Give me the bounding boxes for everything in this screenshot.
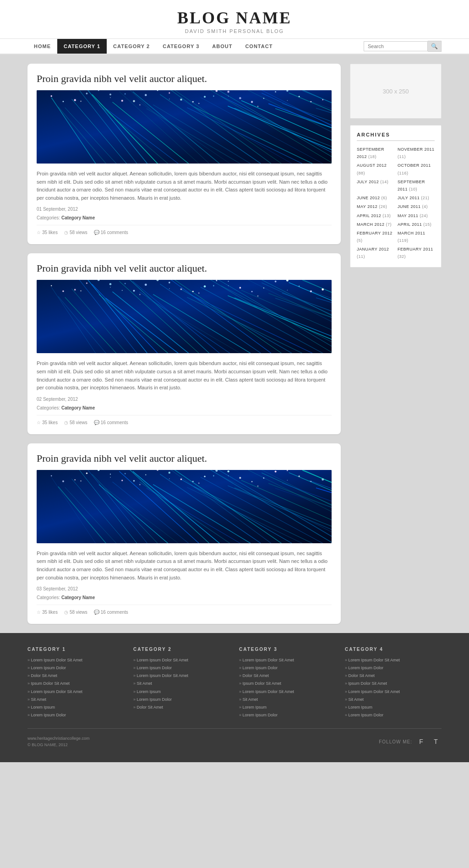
footer-link[interactable]: Lorem Ipsum Dolor Sit Amet [27, 656, 124, 664]
svg-line-94 [234, 298, 332, 353]
archive-item[interactable]: OCTOBER 2011 (116) [398, 162, 435, 176]
archive-item[interactable]: SEPTEMBER 2011 (10) [398, 178, 435, 193]
footer-site-url: www.heritagechristiancollege.com [27, 735, 90, 742]
svg-point-194 [298, 475, 300, 477]
svg-line-171 [309, 480, 332, 543]
svg-line-167 [282, 483, 332, 543]
footer-link[interactable]: Lorem Ipsum Dolor [27, 711, 124, 719]
views-icon: ◷ [64, 420, 68, 425]
svg-line-145 [133, 471, 219, 543]
svg-line-168 [289, 472, 332, 543]
svg-point-124 [251, 291, 253, 292]
footer-link[interactable]: Lorem Ipsum Dolor [239, 711, 336, 719]
twitter-icon[interactable]: t [431, 736, 442, 747]
nav-item-category-2[interactable]: CATEGORY 2 [107, 39, 156, 54]
nav-item-category-3[interactable]: CATEGORY 3 [156, 39, 206, 54]
post-likes: ☆ 35 likes [37, 420, 58, 425]
footer-link[interactable]: Lorem Ipsum [345, 704, 442, 711]
svg-point-128 [299, 286, 300, 287]
footer-link[interactable]: Lorem Ipsum Dolor [27, 664, 124, 672]
archive-item[interactable]: SEPTEMBER 2012 (18) [357, 146, 394, 160]
footer-link[interactable]: Lorem Ipsum Dolor Sit Amet [345, 688, 442, 696]
footer-link[interactable]: Lorem Ipsum Dolor Sit Amet [133, 656, 230, 664]
svg-line-146 [140, 482, 230, 543]
nav-item-category-1[interactable]: CATEGORY 1 [57, 39, 107, 54]
post-comments: 💬 16 comments [94, 230, 128, 235]
svg-point-182 [157, 470, 158, 471]
footer-link[interactable]: Dolor Sit Amet [239, 672, 336, 680]
svg-line-83 [160, 284, 261, 353]
site-subtitle: DAVID SMITH PERSONAL BLOG [0, 28, 469, 34]
svg-point-175 [74, 479, 75, 480]
comments-icon: 💬 [94, 230, 99, 235]
footer-link[interactable]: Lorem Ipsum Dolor [239, 664, 336, 672]
site-footer: CATEGORY 1Lorem Ipsum Dolor Sit AmetLore… [0, 633, 469, 762]
svg-point-122 [228, 281, 229, 282]
svg-point-185 [192, 480, 194, 482]
archive-item[interactable]: JUNE 2012 (6) [357, 194, 394, 202]
footer-link[interactable]: Sit Amet [133, 680, 230, 688]
search-button[interactable]: 🔍 [428, 41, 442, 52]
footer-link[interactable]: Lorem Ipsum Dolor Sit Amet [239, 656, 336, 664]
svg-line-16 [153, 105, 251, 164]
svg-line-31 [255, 90, 332, 164]
svg-point-178 [110, 474, 111, 475]
svg-line-28 [234, 108, 332, 164]
archive-item[interactable]: FEBRUARY 2011 (32) [398, 246, 435, 260]
archive-item[interactable]: JULY 2011 (21) [398, 194, 435, 202]
svg-line-101 [282, 293, 332, 353]
footer-link[interactable]: Dolor Sit Amet [345, 672, 442, 680]
svg-line-79 [133, 281, 219, 353]
footer-link[interactable]: Sit Amet [345, 696, 442, 704]
footer-bottom: www.heritagechristiancollege.com © BLOG … [27, 728, 442, 748]
svg-point-190 [251, 481, 252, 482]
svg-point-174 [62, 480, 64, 482]
archive-item[interactable]: APRIL 2011 (15) [398, 221, 435, 228]
footer-link[interactable]: Ipsum Dolor Sit Amet [345, 680, 442, 688]
archive-item[interactable]: JUNE 2011 (4) [398, 203, 435, 210]
archive-item[interactable]: MAY 2012 (26) [357, 203, 394, 210]
footer-link[interactable]: Lorem Ipsum Dolor Sit Amet [239, 688, 336, 696]
svg-point-50 [157, 90, 158, 91]
post-card: Proin gravida nibh vel velit auctor aliq… [27, 443, 341, 624]
footer-link[interactable]: Lorem Ipsum Dolor [133, 664, 230, 672]
footer-link[interactable]: Dolor Sit Amet [27, 672, 124, 680]
archive-item[interactable]: AUGUST 2012 (88) [357, 162, 394, 176]
archive-item[interactable]: MARCH 2012 (7) [357, 221, 394, 228]
main-layout: Proin gravida nibh vel velit auctor aliq… [0, 55, 469, 633]
footer-link[interactable]: Lorem Ipsum Dolor Sit Amet [133, 672, 230, 680]
nav-item-contact[interactable]: CONTACT [239, 39, 279, 54]
svg-line-77 [119, 281, 199, 353]
footer-link[interactable]: Lorem Ipsum [133, 688, 230, 696]
footer-link[interactable]: Lorem Ipsum Dolor [345, 664, 442, 672]
archive-item[interactable]: FEBRUARY 2012 (5) [357, 229, 394, 244]
nav-item-about[interactable]: ABOUT [206, 39, 239, 54]
footer-link[interactable]: Lorem Ipsum [239, 704, 336, 711]
footer-link[interactable]: Ipsum Dolor Sit Amet [27, 680, 124, 688]
footer-link[interactable]: Dolor Sit Amet [133, 704, 230, 711]
archive-item[interactable]: JANUARY 2012 (11) [357, 246, 394, 260]
footer-link[interactable]: Lorem Ipsum [27, 704, 124, 711]
archive-item[interactable]: APRIL 2012 (13) [357, 212, 394, 219]
archive-item[interactable]: MARCH 2011 (119) [398, 229, 435, 244]
svg-line-151 [174, 470, 282, 543]
search-input[interactable] [364, 41, 428, 51]
footer-link[interactable]: Ipsum Dolor Sit Amet [239, 680, 336, 688]
svg-line-8 [99, 105, 168, 164]
footer-link[interactable]: Lorem Ipsum Dolor Sit Amet [345, 656, 442, 664]
nav-item-home[interactable]: HOME [27, 39, 57, 54]
svg-line-162 [248, 470, 332, 543]
svg-point-64 [322, 99, 323, 100]
post-likes: ☆ 35 likes [37, 230, 58, 235]
footer-link[interactable]: Sit Amet [239, 696, 336, 704]
footer-link[interactable]: Lorem Ipsum Dolor [345, 711, 442, 719]
svg-point-121 [216, 280, 217, 281]
archive-item[interactable]: JULY 2012 (14) [357, 178, 394, 193]
footer-link[interactable]: Lorem Ipsum Dolor Sit Amet [27, 688, 124, 696]
footer-link[interactable]: Lorem Ipsum Dolor [133, 696, 230, 704]
archive-item[interactable]: NOVEMBER 2011 (11) [398, 146, 435, 160]
svg-line-102 [289, 283, 332, 353]
archive-item[interactable]: MAY 2011 (24) [398, 212, 435, 219]
footer-link[interactable]: Sit Amet [27, 696, 124, 704]
facebook-icon[interactable]: f [416, 736, 427, 747]
